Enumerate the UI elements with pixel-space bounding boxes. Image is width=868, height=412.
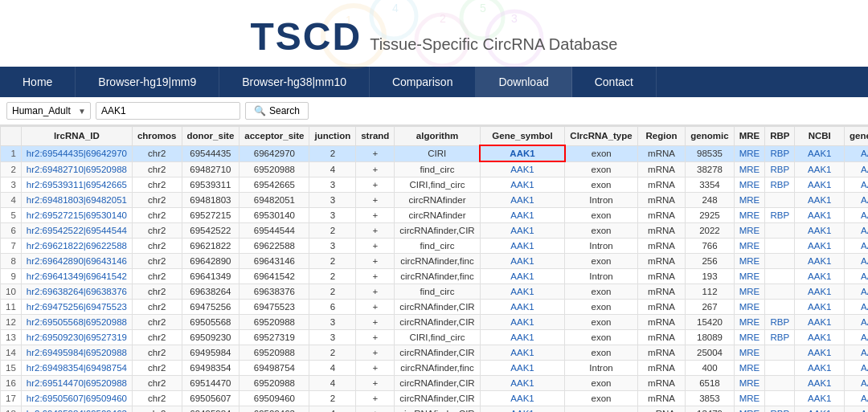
- table-row[interactable]: 1hr2:69544435|69642970chr269544435696429…: [1, 145, 869, 161]
- cell-12[interactable]: MRE: [734, 300, 765, 315]
- cell-12[interactable]: MRE: [734, 223, 765, 239]
- cell-15[interactable]: AAK1: [845, 269, 868, 284]
- cell-12[interactable]: MRE: [734, 254, 765, 269]
- cell-12[interactable]: MRE: [734, 269, 765, 284]
- cell-8[interactable]: AAK1: [480, 315, 565, 330]
- cell-13[interactable]: RBP: [765, 330, 795, 345]
- cell-13[interactable]: RBP: [765, 177, 795, 193]
- cell-14[interactable]: AAK1: [795, 391, 845, 406]
- cell-14[interactable]: AAK1: [795, 254, 845, 269]
- cell-8[interactable]: AAK1: [480, 406, 565, 413]
- cell-14[interactable]: AAK1: [795, 330, 845, 345]
- cell-14[interactable]: AAK1: [795, 315, 845, 330]
- cell-14[interactable]: AAK1: [795, 161, 845, 177]
- cell-15[interactable]: AAK1: [845, 330, 868, 345]
- nav-home[interactable]: Home: [0, 67, 76, 97]
- cell-8[interactable]: AAK1: [480, 177, 565, 193]
- cell-12[interactable]: MRE: [734, 345, 765, 361]
- cell-14[interactable]: AAK1: [795, 406, 845, 413]
- table-row[interactable]: 17hr2:69505607|69509460chr26950560769509…: [1, 391, 869, 406]
- cell-14[interactable]: AAK1: [795, 300, 845, 315]
- table-row[interactable]: 13hr2:69509230|69527319chr26950923069527…: [1, 330, 869, 345]
- cell-12[interactable]: MRE: [734, 161, 765, 177]
- table-row[interactable]: 12hr2:69505568|69520988chr26950556869520…: [1, 315, 869, 330]
- search-button[interactable]: 🔍 Search: [245, 102, 309, 120]
- cell-12[interactable]: MRE: [734, 284, 765, 300]
- cell-14[interactable]: AAK1: [795, 145, 845, 161]
- cell-8[interactable]: AAK1: [480, 300, 565, 315]
- cell-1[interactable]: hr2:69495984|69520988: [21, 345, 132, 361]
- cell-12[interactable]: MRE: [734, 361, 765, 376]
- cell-14[interactable]: AAK1: [795, 284, 845, 300]
- table-row[interactable]: 3hr2:69539311|69542665chr269539311695426…: [1, 177, 869, 193]
- table-row[interactable]: 18hr2:69495984|69509463chr26949598469509…: [1, 406, 869, 413]
- cell-15[interactable]: AAK1: [845, 239, 868, 254]
- cell-8[interactable]: AAK1: [480, 239, 565, 254]
- cell-8[interactable]: AAK1: [480, 254, 565, 269]
- cell-13[interactable]: RBP: [765, 406, 795, 413]
- cell-8[interactable]: AAK1: [480, 269, 565, 284]
- table-row[interactable]: 16hr2:69514470|69520988chr26951447069520…: [1, 376, 869, 391]
- cell-1[interactable]: hr2:69509230|69527319: [21, 330, 132, 345]
- cell-8[interactable]: AAK1: [480, 193, 565, 208]
- cell-1[interactable]: hr2:69482710|69520988: [21, 161, 132, 177]
- cell-1[interactable]: hr2:69505568|69520988: [21, 315, 132, 330]
- cell-13[interactable]: RBP: [765, 208, 795, 223]
- cell-15[interactable]: AAK1: [845, 193, 868, 208]
- cell-1[interactable]: hr2:69498354|69498754: [21, 361, 132, 376]
- cell-14[interactable]: AAK1: [795, 361, 845, 376]
- table-row[interactable]: 10hr2:69638264|69638376chr26963826469638…: [1, 284, 869, 300]
- cell-1[interactable]: hr2:69539311|69542665: [21, 177, 132, 193]
- cell-1[interactable]: hr2:69527215|69530140: [21, 208, 132, 223]
- cell-1[interactable]: hr2:69641349|69641542: [21, 269, 132, 284]
- cell-1[interactable]: hr2:69642890|69643146: [21, 254, 132, 269]
- cell-13[interactable]: RBP: [765, 161, 795, 177]
- table-row[interactable]: 8hr2:69642890|69643146chr269642890696431…: [1, 254, 869, 269]
- cell-15[interactable]: AAK1: [845, 208, 868, 223]
- cell-15[interactable]: AAK1: [845, 284, 868, 300]
- cell-1[interactable]: hr2:69514470|69520988: [21, 376, 132, 391]
- cell-1[interactable]: hr2:69544435|69642970: [21, 145, 132, 161]
- cell-13[interactable]: RBP: [765, 315, 795, 330]
- cell-1[interactable]: hr2:69638264|69638376: [21, 284, 132, 300]
- cell-8[interactable]: AAK1: [480, 284, 565, 300]
- cell-15[interactable]: AAK1: [845, 254, 868, 269]
- cell-15[interactable]: AAK1: [845, 177, 868, 193]
- cell-14[interactable]: AAK1: [795, 269, 845, 284]
- cell-8[interactable]: AAK1: [480, 223, 565, 239]
- table-row[interactable]: 15hr2:69498354|69498754chr26949835469498…: [1, 361, 869, 376]
- cell-1[interactable]: hr2:69475256|69475523: [21, 300, 132, 315]
- cell-15[interactable]: AAK1: [845, 161, 868, 177]
- table-row[interactable]: 4hr2:69481803|69482051chr269481803694820…: [1, 193, 869, 208]
- cell-15[interactable]: AAK1: [845, 376, 868, 391]
- cell-15[interactable]: AAK1: [845, 345, 868, 361]
- cell-8[interactable]: AAK1: [480, 361, 565, 376]
- cell-8[interactable]: AAK1: [480, 330, 565, 345]
- table-row[interactable]: 7hr2:69621822|69622588chr269621822696225…: [1, 239, 869, 254]
- table-row[interactable]: 6hr2:69542522|69544544chr269542522695445…: [1, 223, 869, 239]
- cell-15[interactable]: AAK1: [845, 361, 868, 376]
- cell-1[interactable]: hr2:69542522|69544544: [21, 223, 132, 239]
- cell-15[interactable]: AAK1: [845, 406, 868, 413]
- cell-1[interactable]: hr2:69495984|69509463: [21, 406, 132, 413]
- cell-14[interactable]: AAK1: [795, 376, 845, 391]
- cell-15[interactable]: AAK1: [845, 145, 868, 161]
- cell-14[interactable]: AAK1: [795, 345, 845, 361]
- cell-14[interactable]: AAK1: [795, 223, 845, 239]
- cell-12[interactable]: MRE: [734, 315, 765, 330]
- cell-14[interactable]: AAK1: [795, 177, 845, 193]
- cell-15[interactable]: AAK1: [845, 315, 868, 330]
- table-row[interactable]: 2hr2:69482710|69520988chr269482710695209…: [1, 161, 869, 177]
- cell-12[interactable]: MRE: [734, 145, 765, 161]
- cell-8[interactable]: AAK1: [480, 208, 565, 223]
- table-row[interactable]: 14hr2:69495984|69520988chr26949598469520…: [1, 345, 869, 361]
- cell-14[interactable]: AAK1: [795, 193, 845, 208]
- cell-8[interactable]: AAK1: [480, 345, 565, 361]
- table-row[interactable]: 5hr2:69527215|69530140chr269527215695301…: [1, 208, 869, 223]
- cell-8[interactable]: AAK1: [480, 391, 565, 406]
- cell-12[interactable]: MRE: [734, 391, 765, 406]
- search-input[interactable]: [96, 102, 240, 120]
- cell-8[interactable]: AAK1: [480, 161, 565, 177]
- cell-1[interactable]: hr2:69621822|69622588: [21, 239, 132, 254]
- cell-12[interactable]: MRE: [734, 406, 765, 413]
